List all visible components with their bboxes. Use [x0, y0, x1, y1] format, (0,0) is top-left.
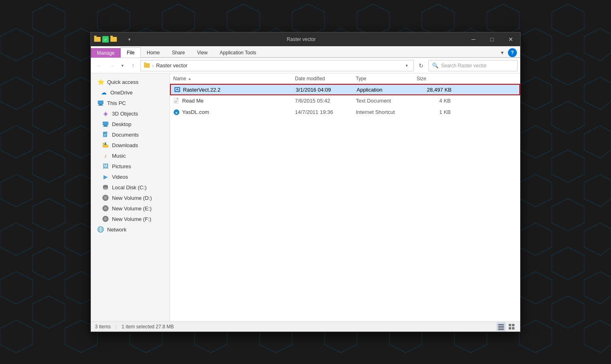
- ribbon-tabs: Manage File Home Share View Application …: [91, 46, 520, 58]
- column-header-name[interactable]: Name ▲: [170, 73, 292, 84]
- nav-history-dropdown[interactable]: ▼: [119, 60, 126, 71]
- table-row[interactable]: RasterVect.22.2 3/1/2016 04:09 Applicati…: [170, 84, 520, 95]
- sidebar-item-pictures[interactable]: 🖼 Pictures: [91, 161, 170, 171]
- ribbon-collapse-button[interactable]: ▼: [498, 49, 506, 57]
- help-button[interactable]: ?: [508, 48, 517, 57]
- sidebar-label-new-volume-f: New Volume (F:): [112, 216, 151, 222]
- column-header-type[interactable]: Type: [353, 73, 413, 84]
- sidebar-item-downloads[interactable]: Downloads: [91, 140, 170, 150]
- table-row[interactable]: Read Me 7/6/2015 05:42 Text Document 4 K…: [170, 95, 520, 107]
- forward-button[interactable]: →: [106, 60, 118, 71]
- sort-arrow-name: ▲: [188, 77, 191, 81]
- sidebar-label-onedrive: OneDrive: [110, 90, 133, 96]
- sidebar-label-pictures: Pictures: [112, 163, 131, 169]
- maximize-button[interactable]: □: [483, 32, 501, 46]
- file-explorer-window: ✓ ▼ Raster vector ─ □ ✕ Manage File Home…: [90, 32, 521, 332]
- svg-point-162: [105, 218, 106, 219]
- main-content: ⭐ Quick access ☁ OneDrive This PC ◈: [91, 73, 520, 321]
- tab-home[interactable]: Home: [141, 47, 166, 58]
- address-bar[interactable]: › Raster vector ▼: [140, 60, 414, 71]
- tab-file[interactable]: File: [120, 47, 140, 58]
- sidebar-item-quick-access[interactable]: ⭐ Quick access: [91, 77, 170, 87]
- sidebar-item-documents[interactable]: Documents: [91, 129, 170, 140]
- svg-rect-183: [498, 329, 504, 330]
- sidebar-item-new-volume-d[interactable]: New Volume (D:): [91, 193, 170, 203]
- sidebar-item-network[interactable]: Network: [91, 224, 170, 235]
- column-header-date[interactable]: Date modified: [292, 73, 353, 84]
- search-placeholder: Search Raster vector: [441, 63, 487, 69]
- svg-rect-176: [175, 101, 177, 102]
- svg-rect-139: [103, 126, 108, 127]
- sidebar-item-new-volume-f[interactable]: New Volume (F:): [91, 214, 170, 224]
- videos-icon: ▶: [102, 173, 109, 180]
- svg-rect-175: [175, 101, 177, 101]
- svg-rect-137: [103, 122, 108, 125]
- column-type-label: Type: [356, 76, 366, 81]
- address-separator: ›: [152, 63, 154, 68]
- file-type-cell: Text Document: [353, 95, 413, 106]
- svg-rect-145: [104, 136, 105, 136]
- svg-rect-138: [104, 125, 107, 126]
- tiles-view-button[interactable]: [507, 322, 516, 331]
- svg-rect-134: [98, 101, 103, 104]
- address-bar-row: ← → ▼ ↑ › Raster vector ▼ ↻ 🔍 Search Ras…: [91, 58, 520, 73]
- refresh-button[interactable]: ↻: [415, 60, 427, 71]
- file-type-text: Text Document: [356, 98, 391, 104]
- file-name-cell: Read Me: [170, 95, 292, 106]
- details-view-button[interactable]: [497, 322, 506, 331]
- back-button[interactable]: ←: [93, 60, 105, 71]
- column-header-size[interactable]: Size: [413, 73, 454, 84]
- pictures-icon: 🖼: [102, 163, 109, 169]
- file-date-text: 14/7/2011 19:36: [295, 109, 333, 115]
- svg-rect-135: [99, 104, 102, 105]
- file-date-cell: 14/7/2011 19:36: [292, 107, 353, 118]
- sidebar-label-documents: Documents: [112, 132, 139, 138]
- file-type-text: Internet Shortcut: [356, 109, 395, 115]
- sidebar-item-3d-objects[interactable]: ◈ 3D Objects: [91, 108, 170, 119]
- svg-rect-177: [175, 102, 176, 103]
- sidebar-label-3d-objects: 3D Objects: [112, 111, 138, 117]
- table-row[interactable]: e YasDL.com 14/7/2011 19:36 Internet Sho…: [170, 107, 520, 118]
- url-file-icon: e: [173, 109, 180, 116]
- tab-application-tools[interactable]: Application Tools: [214, 47, 262, 58]
- up-button[interactable]: ↑: [127, 60, 139, 71]
- sidebar-label-desktop: Desktop: [112, 121, 131, 127]
- ribbon-expand-area: ▼ ?: [495, 48, 520, 57]
- file-type-text: Application: [357, 87, 383, 93]
- file-size-text: 28,497 KB: [427, 87, 452, 93]
- file-type-cell: Application: [353, 85, 414, 94]
- file-list: Name ▲ Date modified Type Size: [170, 73, 520, 321]
- sidebar-label-music: Music: [112, 153, 126, 159]
- network-icon: [97, 226, 104, 233]
- sidebar-item-onedrive[interactable]: ☁ OneDrive: [91, 87, 170, 98]
- tab-share[interactable]: Share: [166, 47, 191, 58]
- tab-view[interactable]: View: [191, 47, 214, 58]
- sidebar-item-this-pc[interactable]: This PC: [91, 98, 170, 108]
- file-name-cell: e YasDL.com: [170, 107, 292, 118]
- file-date-text: 7/6/2015 05:42: [295, 98, 330, 104]
- minimize-button[interactable]: ─: [464, 32, 483, 46]
- items-count: 3 items: [95, 324, 111, 330]
- sidebar-label-network: Network: [107, 227, 127, 233]
- sidebar-item-local-disk-c[interactable]: Local Disk (C:): [91, 182, 170, 193]
- svg-rect-136: [98, 105, 103, 106]
- file-name-text: RasterVect.22.2: [183, 87, 221, 93]
- file-date-text: 3/1/2016 04:09: [296, 87, 331, 93]
- titlebar-down-btn[interactable]: ▼: [124, 34, 135, 45]
- close-button[interactable]: ✕: [501, 32, 520, 46]
- sidebar-item-desktop[interactable]: Desktop: [91, 119, 170, 129]
- svg-point-156: [105, 197, 106, 198]
- star-icon: ⭐: [97, 79, 104, 85]
- svg-rect-149: [105, 142, 106, 144]
- tab-manage[interactable]: Manage: [91, 48, 120, 58]
- sidebar-item-music[interactable]: ♪ Music: [91, 150, 170, 161]
- sidebar-label-this-pc: This PC: [107, 100, 126, 106]
- search-box[interactable]: 🔍 Search Raster vector: [428, 60, 518, 71]
- sidebar-item-videos[interactable]: ▶ Videos: [91, 171, 170, 182]
- svg-rect-185: [512, 324, 514, 326]
- window-title: Raster vector: [138, 32, 464, 46]
- svg-rect-187: [512, 327, 514, 330]
- sidebar-item-new-volume-e[interactable]: New Volume (E:): [91, 203, 170, 214]
- file-name-cell: RasterVect.22.2: [171, 85, 293, 94]
- address-dropdown-btn[interactable]: ▼: [403, 64, 410, 68]
